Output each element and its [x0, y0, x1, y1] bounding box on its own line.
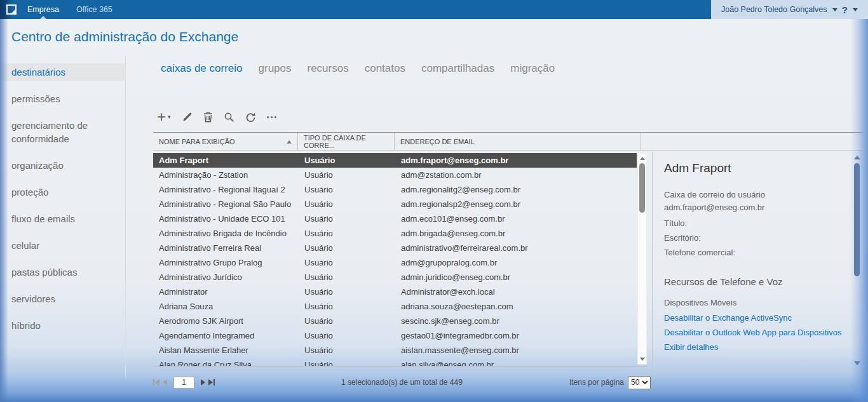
- scroll-up-icon[interactable]: [854, 156, 860, 159]
- items-per-page-select[interactable]: 50: [628, 376, 651, 389]
- cell-name: Administrativo Grupo Pralog: [153, 258, 298, 267]
- first-page-button[interactable]: [153, 379, 159, 385]
- active-tab-indicator: [40, 16, 46, 19]
- table-row[interactable]: Administrativo Brigada de IncêndioUsuári…: [153, 226, 637, 241]
- cell-type: Usuário: [298, 199, 395, 209]
- mailbox-rows: Adm FraportUsuárioadm.fraport@enseg.com.…: [153, 153, 637, 366]
- cell-email: adm@grupopralog.com.br: [395, 258, 637, 267]
- selection-status: 1 selecionado(s) de um total de 449: [341, 378, 463, 387]
- page-number-input[interactable]: [173, 377, 194, 389]
- column-header-email[interactable]: ENDEREÇO DE EMAIL: [395, 133, 641, 151]
- topnav-item-office-365[interactable]: Office 365: [76, 0, 112, 19]
- list-scrollbar[interactable]: [637, 153, 647, 365]
- column-header-mailbox-type[interactable]: TIPO DE CAIXA DE CORRE...: [298, 133, 395, 151]
- cell-name: Administração - Zstation: [153, 170, 298, 180]
- cell-email: adm.regionalsp2@enseg.com.br: [395, 199, 637, 209]
- tab-contatos[interactable]: contatos: [365, 62, 405, 75]
- toolbar: +▾: [157, 110, 276, 124]
- scroll-down-icon[interactable]: [854, 361, 860, 365]
- details-scrollbar[interactable]: [853, 156, 861, 365]
- details-pane: Adm Fraport Caixa de correio do usuário …: [652, 152, 863, 372]
- table-row[interactable]: Administrativo JurídicoUsuárioadmin.juri…: [153, 270, 637, 285]
- table-row[interactable]: Alan Roger da Cruz SilvaUsuárioalan.silv…: [153, 358, 637, 366]
- sidebar-item-protecao[interactable]: proteção: [0, 184, 125, 201]
- office-logo[interactable]: [6, 4, 17, 15]
- cell-type: Usuário: [298, 287, 395, 297]
- details-link-exibir-detalhes[interactable]: Exibir detalhes: [664, 343, 846, 351]
- tab-migracao[interactable]: migração: [510, 62, 555, 75]
- tab-caixas-de-correio[interactable]: caixas de correio: [161, 62, 243, 75]
- details-field-escritorio-: Escritório:: [664, 233, 846, 243]
- table-row[interactable]: Administrativo Grupo PralogUsuárioadm@gr…: [153, 255, 637, 270]
- scroll-up-icon[interactable]: [640, 157, 645, 160]
- sidebar-item-destinatarios[interactable]: destinatários: [0, 64, 125, 81]
- mailbox-table: NOME PARA EXIBIÇÃO TIPO DE CAIXA DE CORR…: [153, 132, 863, 367]
- topnav-item-empresa[interactable]: Empresa: [27, 0, 59, 19]
- delete-button[interactable]: [203, 112, 213, 123]
- cell-name: Alan Roger da Cruz Silva: [153, 360, 298, 366]
- edit-button[interactable]: [182, 112, 193, 123]
- cell-type: Usuário: [298, 316, 395, 326]
- cell-name: Administrativo - Regional São Paulo: [153, 199, 298, 209]
- list-scrollbar-thumb[interactable]: [639, 163, 645, 213]
- cell-email: admin.juridico@enseg.com.br: [395, 272, 637, 282]
- tab-recursos[interactable]: recursos: [308, 62, 349, 75]
- footer: 1 selecionado(s) de um total de 449 Iten…: [153, 373, 651, 391]
- table-row[interactable]: Administrativo - Unidade ECO 101Usuárioa…: [153, 211, 637, 226]
- sidebar-item-hibrido[interactable]: híbrido: [0, 317, 125, 334]
- cell-email: alan.silva@enseg.com.br: [395, 360, 637, 366]
- cell-type: Usuário: [298, 214, 395, 224]
- help-icon: ?: [842, 4, 848, 15]
- more-button[interactable]: [267, 112, 276, 123]
- cell-name: Administrativo Brigada de Incêndio: [153, 229, 298, 238]
- sidebar-item-gerenciamento-de-conformidade[interactable]: gerenciamento de conformidade: [0, 117, 125, 147]
- help-menu[interactable]: ?: [842, 4, 858, 15]
- next-page-button[interactable]: [201, 379, 205, 385]
- sidebar-item-pastas-publicas[interactable]: pastas públicas: [0, 264, 125, 281]
- sidebar-item-fluxo-de-emails[interactable]: fluxo de emails: [0, 210, 125, 227]
- table-row[interactable]: Administração - ZstationUsuárioadm@zstat…: [153, 168, 637, 182]
- details-scrollbar-thumb[interactable]: [854, 163, 860, 276]
- last-page-button[interactable]: [208, 379, 215, 385]
- cell-type: Usuário: [298, 229, 395, 238]
- table-row[interactable]: Agendamento IntegramedUsuáriogestao01@in…: [153, 328, 637, 343]
- topbar: EmpresaOffice 365 João Pedro Toledo Gonç…: [0, 0, 868, 19]
- details-links: Desabilitar o Exchange ActiveSyncDesabil…: [664, 314, 846, 351]
- search-icon: [224, 112, 234, 123]
- items-per-page-label: Itens por página: [569, 378, 624, 387]
- table-row[interactable]: Administrativo - Regional Itaguaí 2Usuár…: [153, 182, 637, 197]
- items-per-page: Itens por página 50: [569, 376, 651, 389]
- sidebar-item-celular[interactable]: celular: [0, 237, 125, 254]
- add-icon: +▾: [157, 111, 171, 123]
- cell-name: Administrator: [153, 287, 298, 297]
- tab-compartilhadas[interactable]: compartilhadas: [421, 62, 494, 75]
- cell-type: Usuário: [298, 331, 395, 340]
- cell-type: Usuário: [298, 272, 395, 282]
- scroll-down-icon[interactable]: [640, 358, 645, 361]
- details-link-desabilitar-o-outlook-web-app-para-dispo[interactable]: Desabilitar o Outlook Web App para Dispo…: [664, 328, 846, 337]
- details-fields: Título:Escritório:Telefone comercial:: [664, 218, 846, 258]
- tab-grupos[interactable]: grupos: [259, 62, 292, 75]
- table-row[interactable]: Administrativo - Regional São PauloUsuár…: [153, 197, 637, 211]
- tab-bar: caixas de correiogruposrecursoscontatosc…: [161, 62, 555, 75]
- table-row[interactable]: Administrativo Ferreira RealUsuárioadmin…: [153, 241, 637, 255]
- sidebar-item-organizacao[interactable]: organização: [0, 157, 125, 174]
- details-link-desabilitar-o-exchange-activesync[interactable]: Desabilitar o Exchange ActiveSync: [664, 314, 846, 322]
- table-row[interactable]: Aerodromo SJK AirportUsuáriosescinc.sjk@…: [153, 314, 637, 328]
- search-button[interactable]: [224, 112, 234, 123]
- topbar-user-section: João Pedro Toledo Gonçalves ?: [711, 0, 868, 19]
- cell-type: Usuário: [298, 170, 395, 180]
- table-row[interactable]: Adm FraportUsuárioadm.fraport@enseg.com.…: [153, 153, 637, 168]
- mailbox-list: Adm FraportUsuárioadm.fraport@enseg.com.…: [153, 152, 647, 366]
- table-row[interactable]: Aislan Massente ErlaherUsuárioaislan.mas…: [153, 343, 637, 358]
- table-row[interactable]: AdministratorUsuárioAdministrator@exch.l…: [153, 285, 637, 299]
- add-button[interactable]: +▾: [157, 111, 171, 123]
- column-header-display-name[interactable]: NOME PARA EXIBIÇÃO: [153, 133, 298, 151]
- sidebar-item-permissoes[interactable]: permissões: [0, 90, 125, 107]
- sidebar-item-servidores[interactable]: servidores: [0, 290, 125, 307]
- table-row[interactable]: Adriana SouzaUsuárioadriana.souza@oestep…: [153, 299, 637, 314]
- refresh-button[interactable]: [245, 112, 256, 123]
- previous-page-button[interactable]: [163, 379, 167, 385]
- cell-type: Usuário: [298, 156, 395, 165]
- user-menu[interactable]: João Pedro Toledo Gonçalves: [721, 5, 837, 14]
